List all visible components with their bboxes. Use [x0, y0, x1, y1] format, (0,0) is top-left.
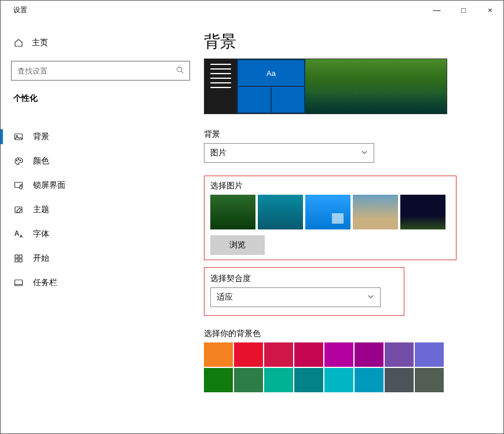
window-controls: — □ ×	[423, 1, 503, 19]
home-link[interactable]: 主页	[1, 33, 200, 53]
color-swatch[interactable]	[234, 368, 263, 392]
svg-rect-12	[19, 259, 22, 262]
color-swatch[interactable]	[385, 368, 414, 392]
search-input[interactable]	[17, 67, 176, 75]
color-swatch[interactable]	[204, 368, 233, 392]
fit-section: 选择契合度 适应	[204, 267, 404, 316]
svg-rect-7	[20, 186, 22, 189]
sidebar-item-label: 背景	[33, 132, 49, 142]
svg-point-4	[18, 159, 19, 160]
color-swatch[interactable]	[264, 368, 293, 392]
preview-tile-aa: Aa	[238, 60, 304, 86]
color-swatch[interactable]	[355, 368, 384, 392]
sidebar-item-0[interactable]: 背景	[1, 125, 200, 149]
chevron-down-icon	[367, 293, 374, 302]
home-label: 主页	[32, 38, 48, 48]
search-box[interactable]	[11, 61, 190, 81]
taskbar-icon	[13, 278, 24, 288]
color-swatch[interactable]	[294, 342, 323, 367]
sidebar-item-label: 任务栏	[33, 278, 57, 288]
svg-point-0	[177, 67, 182, 72]
start-icon	[13, 253, 24, 264]
titlebar: 设置 — □ ×	[1, 1, 503, 19]
sidebar-item-1[interactable]: 颜色	[1, 149, 200, 173]
sidebar-item-3[interactable]: 主题	[1, 198, 200, 222]
font-icon: AA	[13, 229, 24, 239]
picture-thumbnails	[210, 195, 450, 229]
preview-start-tiles: Aa	[237, 59, 305, 114]
nav-list: 背景颜色锁屏界面主题AA字体开始任务栏	[1, 125, 200, 295]
palette-icon	[13, 156, 24, 166]
choose-color-label: 选择你的背景色	[204, 329, 486, 339]
picture-thumb-5[interactable]	[400, 195, 445, 229]
sidebar-item-label: 颜色	[33, 156, 49, 166]
desktop-preview: Aa	[204, 59, 447, 114]
page-title: 背景	[204, 31, 486, 53]
choose-picture-section: 选择图片 浏览	[204, 176, 456, 260]
settings-window: 设置 — □ × 主页	[0, 0, 504, 434]
preview-taskbar	[204, 59, 237, 114]
sidebar-item-2[interactable]: 锁屏界面	[1, 173, 200, 198]
sidebar-item-5[interactable]: 开始	[1, 246, 200, 271]
color-swatch[interactable]	[324, 368, 353, 392]
color-swatch[interactable]	[355, 342, 384, 367]
svg-point-5	[20, 160, 21, 161]
fit-select[interactable]: 适应	[210, 287, 381, 307]
choose-picture-label: 选择图片	[210, 181, 450, 191]
picture-thumb-1[interactable]	[210, 195, 255, 229]
minimize-button[interactable]: —	[423, 1, 450, 19]
background-select-value: 图片	[210, 148, 227, 158]
background-label: 背景	[204, 129, 486, 140]
color-swatch[interactable]	[294, 368, 323, 392]
picture-thumb-2[interactable]	[258, 195, 303, 229]
svg-point-2	[16, 136, 17, 137]
search-icon	[176, 66, 184, 75]
color-swatch[interactable]	[415, 368, 444, 392]
category-label: 个性化	[1, 91, 200, 112]
fit-label: 选择契合度	[210, 273, 398, 284]
color-swatch[interactable]	[324, 342, 353, 367]
color-swatch[interactable]	[264, 342, 293, 367]
picture-icon	[13, 132, 24, 142]
window-title: 设置	[1, 5, 27, 15]
color-swatch[interactable]	[234, 342, 263, 367]
svg-rect-10	[19, 255, 22, 258]
lock-screen-icon	[13, 180, 24, 191]
preview-wallpaper	[305, 59, 447, 114]
picture-thumb-3[interactable]	[305, 195, 350, 229]
background-select[interactable]: 图片	[204, 143, 374, 163]
color-row-2	[204, 368, 447, 392]
sidebar: 主页 个性化 背景颜色锁屏界面主题AA字体开始任务栏	[1, 19, 200, 433]
close-button[interactable]: ×	[477, 1, 503, 19]
color-swatch[interactable]	[385, 342, 414, 367]
color-swatch[interactable]	[204, 342, 233, 367]
sidebar-item-4[interactable]: AA字体	[1, 222, 200, 246]
color-row-1	[204, 342, 447, 367]
sidebar-item-label: 开始	[33, 253, 49, 264]
sidebar-item-label: 主题	[33, 205, 49, 215]
fit-select-value: 适应	[217, 292, 233, 302]
maximize-button[interactable]: □	[450, 1, 477, 19]
svg-point-3	[16, 160, 17, 161]
svg-rect-11	[15, 259, 18, 262]
content: 背景 Aa 背景 图片 选择图片	[200, 19, 503, 433]
color-swatch[interactable]	[415, 342, 444, 367]
chevron-down-icon	[361, 148, 368, 158]
sidebar-item-6[interactable]: 任务栏	[1, 271, 200, 295]
browse-button[interactable]: 浏览	[210, 235, 265, 255]
theme-icon	[13, 205, 24, 215]
home-icon	[13, 38, 24, 48]
sidebar-item-label: 字体	[33, 229, 49, 239]
sidebar-item-label: 锁屏界面	[33, 180, 65, 191]
svg-rect-1	[15, 134, 23, 140]
picture-thumb-4[interactable]	[353, 195, 398, 229]
svg-rect-9	[15, 255, 18, 258]
